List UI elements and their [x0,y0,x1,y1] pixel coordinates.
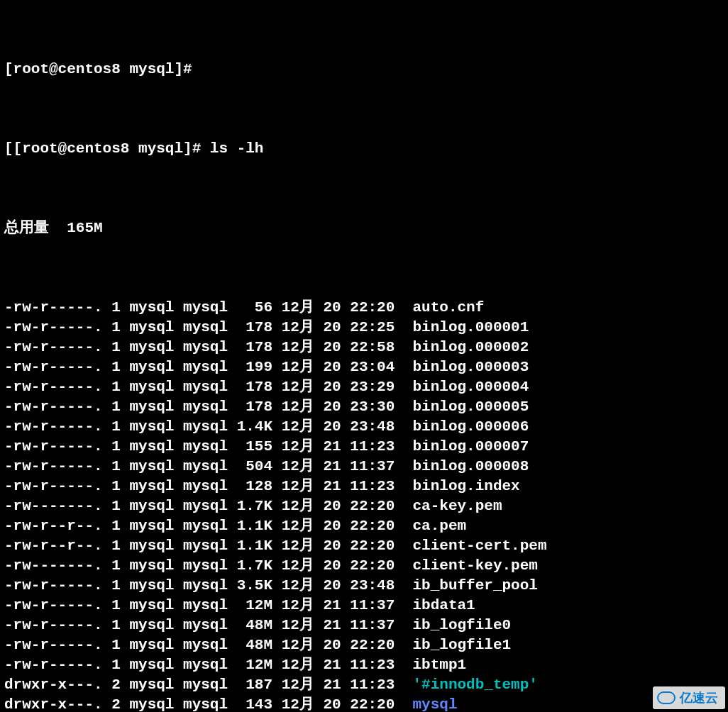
file-meta: -rw-r-----. 1 mysql mysql 12M 12月 21 11:… [4,597,413,613]
file-name: binlog.000008 [413,458,529,474]
command-line: [[root@centos8 mysql]# ls -lh [4,139,724,159]
list-item: -rw-r-----. 1 mysql mysql 178 12月 20 22:… [4,318,724,338]
file-name: ibdata1 [413,597,475,613]
list-item: -rw-r-----. 1 mysql mysql 3.5K 12月 20 23… [4,576,724,596]
file-meta: -rw-r-----. 1 mysql mysql 178 12月 20 23:… [4,399,413,415]
file-name: mysql [413,696,458,712]
file-meta: -rw-------. 1 mysql mysql 1.7K 12月 20 22… [4,498,413,514]
file-name: binlog.000003 [413,359,529,375]
terminal-output[interactable]: [root@centos8 mysql]# [[root@centos8 mys… [0,0,728,712]
file-meta: drwxr-x---. 2 mysql mysql 187 12月 21 11:… [4,677,413,693]
list-item: -rw-r-----. 1 mysql mysql 12M 12月 21 11:… [4,596,724,616]
list-item: -rw-r-----. 1 mysql mysql 56 12月 20 22:2… [4,298,724,318]
file-name: binlog.000004 [413,379,529,395]
file-name: binlog.000005 [413,399,529,415]
list-item: -rw-r-----. 1 mysql mysql 155 12月 21 11:… [4,437,724,457]
file-listing: -rw-r-----. 1 mysql mysql 56 12月 20 22:2… [4,298,724,712]
list-item: -rw-r-----. 1 mysql mysql 1.4K 12月 20 23… [4,417,724,437]
file-name: binlog.000001 [413,319,529,335]
file-meta: -rw-r-----. 1 mysql mysql 155 12月 21 11:… [4,438,413,455]
file-meta: -rw-r-----. 1 mysql mysql 56 12月 20 22:2… [4,299,413,316]
cloud-icon [657,691,675,704]
file-meta: -rw-r--r--. 1 mysql mysql 1.1K 12月 20 22… [4,518,413,534]
list-item: -rw-r-----. 1 mysql mysql 48M 12月 20 22:… [4,635,724,655]
file-meta: -rw-r-----. 1 mysql mysql 128 12月 21 11:… [4,478,413,494]
file-meta: -rw-r-----. 1 mysql mysql 48M 12月 20 22:… [4,637,413,653]
list-item: -rw-r-----. 1 mysql mysql 178 12月 20 22:… [4,338,724,357]
file-name: '#innodb_temp' [413,677,538,693]
file-name: binlog.000007 [413,438,529,455]
list-item: drwxr-x---. 2 mysql mysql 143 12月 20 22:… [4,695,724,712]
list-item: -rw-------. 1 mysql mysql 1.7K 12月 20 22… [4,556,724,576]
watermark-badge: 亿速云 [653,686,725,709]
list-item: -rw-r-----. 1 mysql mysql 178 12月 20 23:… [4,397,724,417]
file-name: client-cert.pem [413,538,547,554]
list-item: -rw-r-----. 1 mysql mysql 12M 12月 21 11:… [4,655,724,675]
file-meta: -rw-r-----. 1 mysql mysql 178 12月 20 23:… [4,379,413,395]
file-meta: -rw-r-----. 1 mysql mysql 1.4K 12月 20 23… [4,418,413,435]
file-meta: -rw-r-----. 1 mysql mysql 12M 12月 21 11:… [4,657,413,673]
file-meta: drwxr-x---. 2 mysql mysql 143 12月 20 22:… [4,696,413,712]
prompt-prefix: [[root@centos8 mysql]# [4,140,210,157]
list-item: -rw-r-----. 1 mysql mysql 48M 12月 21 11:… [4,616,724,635]
file-name: client-key.pem [413,557,538,574]
list-item: -rw-r-----. 1 mysql mysql 504 12月 21 11:… [4,457,724,477]
file-meta: -rw-------. 1 mysql mysql 1.7K 12月 20 22… [4,557,413,574]
file-meta: -rw-r-----. 1 mysql mysql 199 12月 20 23:… [4,359,413,375]
file-name: ib_logfile0 [413,617,512,633]
file-name: ibtmp1 [413,657,467,673]
file-name: ib_logfile1 [413,637,512,653]
command-text: ls -lh [210,140,264,157]
list-item: -rw-r--r--. 1 mysql mysql 1.1K 12月 20 22… [4,516,724,536]
file-name: ca-key.pem [413,498,502,514]
file-name: binlog.index [413,478,520,494]
list-item: -rw-r--r--. 1 mysql mysql 1.1K 12月 20 22… [4,536,724,556]
file-meta: -rw-r--r--. 1 mysql mysql 1.1K 12月 20 22… [4,538,413,554]
file-meta: -rw-r-----. 1 mysql mysql 178 12月 20 22:… [4,319,413,335]
file-name: ca.pem [413,518,467,534]
file-name: ib_buffer_pool [413,577,538,594]
list-item: -rw-r-----. 1 mysql mysql 128 12月 21 11:… [4,477,724,496]
file-meta: -rw-r-----. 1 mysql mysql 178 12月 20 22:… [4,339,413,355]
file-name: auto.cnf [413,299,485,316]
file-name: binlog.000002 [413,339,529,355]
file-meta: -rw-r-----. 1 mysql mysql 48M 12月 21 11:… [4,617,413,633]
list-item: drwxr-x---. 2 mysql mysql 187 12月 21 11:… [4,675,724,695]
prompt-line: [root@centos8 mysql]# [4,60,724,79]
list-item: -rw-r-----. 1 mysql mysql 178 12月 20 23:… [4,377,724,397]
list-item: -rw-r-----. 1 mysql mysql 199 12月 20 23:… [4,357,724,377]
list-item: -rw-------. 1 mysql mysql 1.7K 12月 20 22… [4,496,724,516]
file-meta: -rw-r-----. 1 mysql mysql 3.5K 12月 20 23… [4,577,413,594]
file-name: binlog.000006 [413,418,529,435]
watermark-text: 亿速云 [680,688,718,708]
total-line: 总用量 165M [4,218,724,238]
file-meta: -rw-r-----. 1 mysql mysql 504 12月 21 11:… [4,458,413,474]
